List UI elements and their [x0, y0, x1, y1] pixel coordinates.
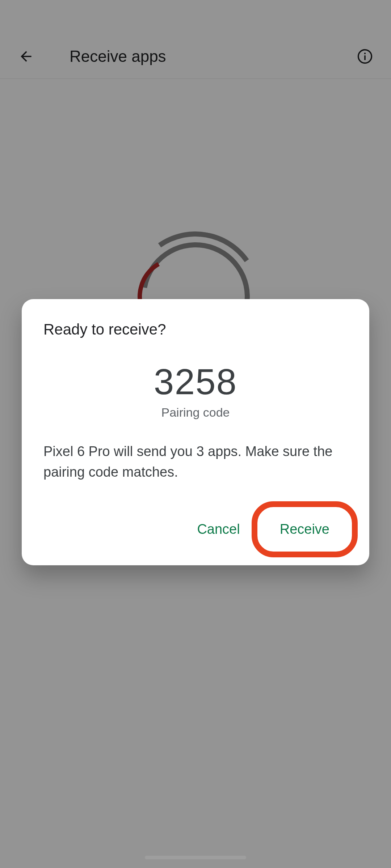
- nav-handle[interactable]: [145, 856, 246, 859]
- dialog-actions: Cancel Receive: [43, 508, 348, 551]
- receive-button-wrapper: Receive: [262, 508, 348, 551]
- pairing-code-section: 3258 Pairing code: [43, 363, 348, 420]
- dialog-title: Ready to receive?: [43, 321, 348, 338]
- cancel-button[interactable]: Cancel: [193, 514, 243, 544]
- pairing-code-label: Pairing code: [43, 405, 348, 420]
- pairing-code-value: 3258: [43, 363, 348, 400]
- pairing-dialog: Ready to receive? 3258 Pairing code Pixe…: [22, 299, 369, 565]
- dialog-message: Pixel 6 Pro will send you 3 apps. Make s…: [43, 441, 348, 482]
- receive-button[interactable]: Receive: [276, 514, 333, 544]
